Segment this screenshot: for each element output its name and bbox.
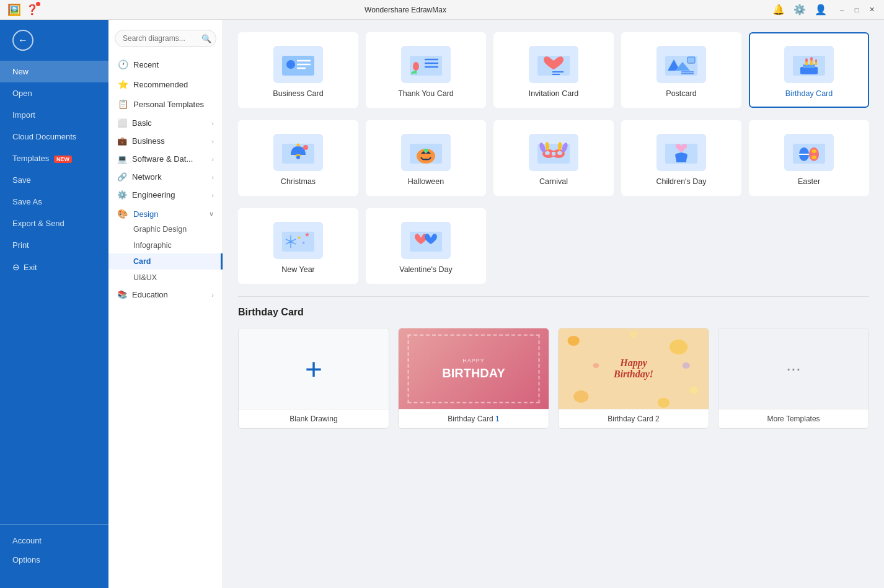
back-button[interactable]: ← [12, 30, 33, 51]
software-label: Software & Dat... [132, 154, 193, 164]
svg-point-1 [286, 60, 295, 69]
personal-label: Personal Templates [133, 100, 204, 109]
sidebar-item-save[interactable]: Save [0, 169, 108, 191]
business-card-icon-area [273, 46, 323, 83]
category-grid-3: ★ ★ ★ New Year Valentine's [238, 208, 869, 284]
svg-point-76 [573, 390, 588, 403]
category-easter[interactable]: Easter [749, 120, 869, 196]
easter-label: Easter [798, 177, 820, 186]
graphic-design-label: Graphic Design [133, 225, 187, 234]
titlebar-icons: 🔔 ⚙️ 👤 [772, 4, 827, 15]
panel-item-network[interactable]: 🔗 Network › [108, 168, 223, 186]
template-grid: + Blank Drawing HAPPY BIRTHDAY Birthday … [238, 328, 869, 429]
panel-item-engineering[interactable]: ⚙️ Engineering › [108, 186, 223, 204]
svg-rect-38 [424, 149, 428, 152]
category-new-year[interactable]: ★ ★ ★ New Year [238, 208, 358, 284]
birthday-card-label: Birthday Card [785, 89, 833, 98]
birthday-card-icon-area [784, 46, 834, 83]
category-business-card[interactable]: Business Card [238, 32, 358, 108]
template-bday1[interactable]: HAPPY BIRTHDAY Birthday Card 1 [398, 328, 549, 429]
panel-item-personal[interactable]: 📋 Personal Templates [108, 94, 223, 114]
basic-icon: ⬜ [117, 118, 127, 128]
svg-point-53 [676, 144, 681, 149]
basic-chevron: › [211, 120, 214, 127]
svg-point-35 [303, 145, 308, 150]
sidebar-back: ← [0, 20, 108, 61]
category-childrens-day[interactable]: Children's Day [621, 120, 741, 196]
svg-point-45 [545, 151, 550, 155]
software-chevron: › [211, 156, 214, 163]
panel-item-card[interactable]: Card [108, 253, 223, 270]
svg-text:★: ★ [302, 241, 305, 245]
svg-point-75 [689, 387, 699, 394]
category-christmas[interactable]: Christmas [238, 120, 358, 196]
design-chevron: ∨ [209, 210, 214, 218]
category-carnival[interactable]: Carnival [493, 120, 614, 196]
category-valentines[interactable]: Valentine's Day [366, 208, 486, 284]
thank-you-card-label: Thank You Card [398, 89, 454, 98]
category-halloween[interactable]: Halloween [366, 120, 486, 196]
svg-rect-19 [687, 57, 695, 63]
childrens-day-label: Children's Day [656, 177, 707, 186]
maximize-button[interactable]: □ [852, 5, 862, 15]
sidebar-item-templates[interactable]: Templates NEW [0, 147, 108, 169]
svg-point-77 [630, 331, 637, 338]
panel-item-recommended[interactable]: ⭐ Recommended [108, 74, 223, 94]
account-item[interactable]: Account [0, 531, 108, 550]
svg-point-74 [670, 340, 687, 354]
options-item[interactable]: Options [0, 550, 108, 569]
childrens-day-icon-area [656, 134, 706, 171]
postcard-icon-area [656, 46, 706, 83]
sidebar-item-print[interactable]: Print [0, 234, 108, 256]
plus-icon: + [305, 352, 322, 386]
bday1-text2: BIRTHDAY [442, 366, 505, 380]
svg-point-32 [297, 144, 300, 147]
close-button[interactable]: ✕ [867, 5, 877, 15]
community-icon[interactable]: ⚙️ [793, 4, 806, 15]
category-thank-you-card[interactable]: Thank You Card [366, 32, 486, 108]
engineering-label: Engineering [132, 190, 175, 200]
template-blank[interactable]: + Blank Drawing [238, 328, 389, 429]
software-icon: 💻 [117, 154, 127, 164]
panel-item-recent[interactable]: 🕐 Recent [108, 55, 223, 74]
more-icon: ··· [786, 359, 800, 379]
svg-point-34 [296, 156, 300, 159]
basic-label: Basic [132, 118, 152, 128]
sidebar-item-saveas[interactable]: Save As [0, 191, 108, 213]
user-icon[interactable]: 👤 [815, 4, 827, 15]
template-more[interactable]: ··· More Templates [718, 328, 869, 429]
svg-point-60 [811, 156, 816, 159]
sidebar-item-export[interactable]: Export & Send [0, 213, 108, 234]
panel-item-software[interactable]: 💻 Software & Dat... › [108, 150, 223, 168]
bday2-text: Happy [614, 358, 653, 369]
bday1-text1: HAPPY [462, 358, 485, 364]
thank-you-card-icon-area [401, 46, 451, 83]
panel-item-graphic-design[interactable]: Graphic Design [108, 221, 223, 237]
panel-item-basic[interactable]: ⬜ Basic › [108, 114, 223, 132]
panel-item-uiux[interactable]: UI&UX [108, 270, 223, 286]
section-title: Birthday Card [238, 307, 869, 318]
svg-point-80 [683, 362, 690, 369]
panel-item-business[interactable]: 💼 Business › [108, 132, 223, 150]
design-icon: 🎨 [117, 209, 128, 219]
search-icon[interactable]: 🔍 [201, 34, 211, 43]
panel-section-design[interactable]: 🎨 Design ∨ [108, 204, 223, 221]
minimize-button[interactable]: – [837, 5, 847, 15]
sidebar-item-exit[interactable]: ⊖ Exit [0, 256, 108, 278]
category-postcard[interactable]: Postcard [621, 32, 741, 108]
sidebar-item-cloud[interactable]: Cloud Documents [0, 126, 108, 147]
help-icon[interactable]: ❓ [26, 4, 38, 15]
panel-item-education[interactable]: 📚 Education › [108, 286, 223, 304]
sidebar-item-open[interactable]: Open [0, 82, 108, 104]
panel-item-infographic[interactable]: Infographic [108, 237, 223, 253]
category-birthday-card[interactable]: Birthday Card [749, 32, 869, 108]
notification-icon[interactable]: 🔔 [772, 4, 785, 15]
sidebar-item-new[interactable]: New [0, 61, 108, 82]
titlebar-right: 🔔 ⚙️ 👤 – □ ✕ [772, 4, 877, 15]
template-bday2[interactable]: Happy Birthday! Birthday Card 2 [558, 328, 709, 429]
sidebar-item-import[interactable]: Import [0, 104, 108, 126]
christmas-label: Christmas [281, 177, 316, 186]
uiux-label: UI&UX [133, 273, 157, 282]
category-invitation-card[interactable]: Invitation Card [493, 32, 614, 108]
recent-icon: 🕐 [117, 59, 128, 69]
